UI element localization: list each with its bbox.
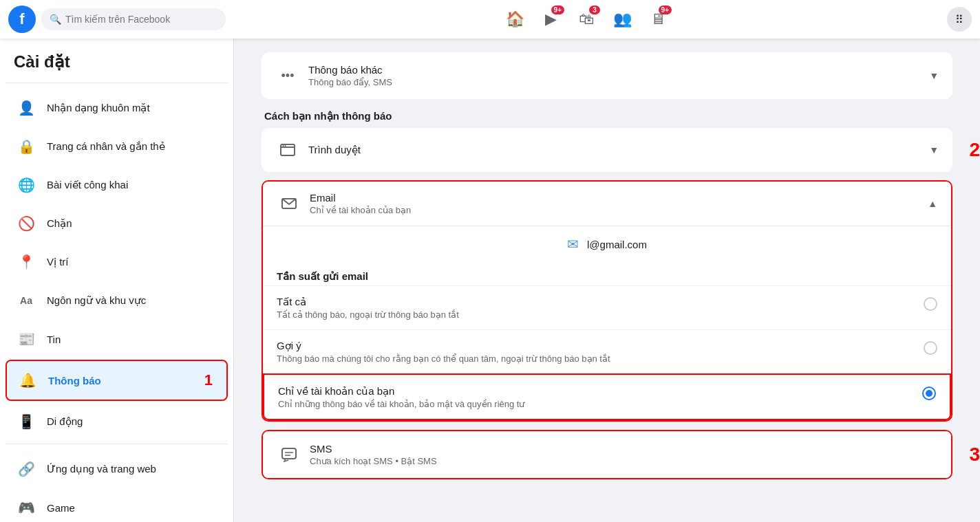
- email-header-icon: [277, 191, 301, 216]
- email-option-title: Gợi ý: [277, 340, 924, 352]
- sidebar-title: Cài đặt: [6, 52, 228, 80]
- sms-icon: [277, 442, 301, 467]
- annotation-2: 2: [969, 139, 980, 161]
- radio-button[interactable]: [924, 341, 937, 355]
- email-option-subtitle: Thông báo mà chúng tôi cho rằng bạn có t…: [277, 354, 924, 364]
- store-badge: 3: [589, 6, 600, 14]
- store-nav-button[interactable]: 🛍 3: [570, 3, 603, 36]
- email-title: Email: [310, 192, 928, 204]
- other-notification-subtitle: Thông báo đẩy, SMS: [308, 77, 929, 87]
- search-bar[interactable]: 🔍: [41, 8, 226, 30]
- other-notification-row[interactable]: ••• Thông báo khác Thông báo đẩy, SMS ▼: [262, 52, 952, 99]
- page-layout: Cài đặt 👤 Nhận dạng khuôn mặt 🔒 Trang cá…: [0, 39, 980, 522]
- top-navigation: f 🔍 🏠 ▶ 9+ 🛍 3 👥 🖥 9+ ⠿: [0, 0, 980, 39]
- sidebar-item-label: Trang cá nhân và gắn thẻ: [47, 140, 165, 153]
- sidebar-item-nhan-dang[interactable]: 👤 Nhận dạng khuôn mặt: [6, 89, 228, 127]
- sidebar-item-label: Game: [47, 502, 75, 514]
- block-icon: 🚫: [14, 211, 39, 236]
- email-option-title: Chỉ về tài khoản của bạn: [278, 385, 922, 398]
- search-input[interactable]: [65, 14, 189, 25]
- home-icon: 🏠: [506, 10, 524, 28]
- people-nav-button[interactable]: 👥: [606, 3, 639, 36]
- email-option-tat-ca[interactable]: Tất cả Tất cả thông báo, ngoại trừ thông…: [263, 285, 951, 329]
- svg-point-3: [285, 145, 286, 146]
- home-nav-button[interactable]: 🏠: [498, 3, 531, 36]
- dots-icon: •••: [275, 63, 300, 88]
- video-nav-button[interactable]: ▶ 9+: [534, 3, 567, 36]
- other-notification-title: Thông báo khác: [308, 64, 929, 76]
- topnav-right: ⠿: [939, 7, 980, 32]
- sidebar-item-tin[interactable]: 📰 Tin: [6, 320, 228, 358]
- browser-section-wrapper: Trình duyệt ▼ 2: [262, 128, 952, 172]
- radio-button-selected[interactable]: [922, 387, 936, 400]
- email-freq-label: Tần suất gửi email: [263, 262, 951, 285]
- annotation-3: 3: [969, 444, 980, 466]
- sidebar-divider: [6, 83, 228, 83]
- browser-icon: [275, 138, 300, 162]
- sidebar-item-label: Ứng dụng và trang web: [47, 463, 156, 475]
- sidebar-item-game[interactable]: 🎮 Game: [6, 488, 228, 522]
- sidebar-item-chan[interactable]: 🚫 Chặn: [6, 204, 228, 243]
- grid-menu-button[interactable]: ⠿: [947, 7, 972, 32]
- svg-rect-5: [282, 448, 296, 459]
- email-option-goi-y[interactable]: Gợi ý Thông báo mà chúng tôi cho rằng bạ…: [263, 329, 951, 373]
- browser-text: Trình duyệt: [308, 144, 929, 156]
- game-icon: 🎮: [14, 495, 39, 520]
- sidebar-item-di-dong[interactable]: 📱 Di động: [6, 402, 228, 441]
- sidebar-item-label: Nhận dạng khuôn mặt: [47, 102, 150, 114]
- notification-method-label: Cách bạn nhận thông báo: [262, 110, 952, 122]
- language-icon: Aa: [14, 288, 39, 313]
- topnav-left: f 🔍: [0, 6, 234, 33]
- other-notification-card: ••• Thông báo khác Thông báo đẩy, SMS ▼: [262, 52, 952, 99]
- tag-icon: 🔒: [14, 134, 39, 159]
- email-option-text: Chỉ về tài khoản của bạn Chỉ những thông…: [278, 385, 922, 409]
- main-content: ••• Thông báo khác Thông báo đẩy, SMS ▼ …: [234, 39, 980, 522]
- email-address-row: ✉ l@gmail.com: [263, 226, 951, 262]
- facebook-logo[interactable]: f: [8, 6, 36, 33]
- email-option-title: Tất cả: [277, 296, 924, 308]
- screen-badge: 9+: [659, 6, 672, 14]
- grid-icon: ⠿: [955, 13, 963, 26]
- email-subtitle: Chỉ về tài khoản của bạn: [310, 205, 928, 215]
- sidebar-item-label: Ngôn ngữ và khu vực: [47, 294, 146, 307]
- sidebar-item-label: Thông báo: [48, 375, 101, 387]
- screen-nav-button[interactable]: 🖥 9+: [641, 3, 674, 36]
- other-notification-text: Thông báo khác Thông báo đẩy, SMS: [308, 64, 929, 87]
- sidebar-item-bai-viet[interactable]: 🌐 Bài viết công khai: [6, 166, 228, 204]
- email-option-text: Tất cả Tất cả thông báo, ngoại trừ thông…: [277, 296, 924, 320]
- email-address-icon: ✉: [567, 236, 579, 252]
- public-icon: 🌐: [14, 173, 39, 197]
- sms-row[interactable]: SMS Chưa kích hoạt SMS • Bật SMS: [263, 431, 951, 478]
- apps-icon: 🔗: [14, 457, 39, 481]
- email-option-subtitle: Tất cả thông báo, ngoại trừ thông báo bạ…: [277, 309, 924, 320]
- chevron-down-icon: ▼: [929, 70, 939, 81]
- news-icon: 📰: [14, 327, 39, 351]
- sidebar-item-trang-ca-nhan[interactable]: 🔒 Trang cá nhân và gắn thẻ: [6, 127, 228, 166]
- email-option-selected-wrapper: Chỉ về tài khoản của bạn Chỉ những thông…: [263, 373, 951, 420]
- email-header-row[interactable]: Email Chỉ về tài khoản của bạn ▲: [263, 182, 951, 226]
- sms-text: SMS Chưa kích hoạt SMS • Bật SMS: [310, 443, 937, 466]
- sidebar-item-vi-tri[interactable]: 📍 Vị trí: [6, 243, 228, 281]
- sidebar-item-label: Vị trí: [47, 256, 69, 268]
- browser-row[interactable]: Trình duyệt ▼: [262, 128, 952, 172]
- face-icon: 👤: [14, 96, 39, 120]
- topnav-center: 🏠 ▶ 9+ 🛍 3 👥 🖥 9+: [234, 3, 939, 36]
- sms-section-wrapper: SMS Chưa kích hoạt SMS • Bật SMS 3: [262, 430, 952, 479]
- radio-button[interactable]: [924, 297, 937, 311]
- sidebar-item-ung-dung[interactable]: 🔗 Ứng dụng và trang web: [6, 450, 228, 488]
- email-header-text: Email Chỉ về tài khoản của bạn: [310, 192, 928, 215]
- email-section: Email Chỉ về tài khoản của bạn ▲ ✉ l@gma…: [262, 180, 952, 422]
- browser-title: Trình duyệt: [308, 144, 929, 156]
- svg-point-2: [283, 145, 284, 146]
- search-icon: 🔍: [50, 14, 61, 25]
- sidebar-item-thong-bao[interactable]: 🔔 Thông báo: [7, 361, 226, 400]
- sms-section: SMS Chưa kích hoạt SMS • Bật SMS: [262, 430, 952, 479]
- location-icon: 📍: [14, 250, 39, 274]
- annotation-1: 1: [204, 371, 213, 389]
- sidebar-item-label: Chặn: [47, 217, 72, 230]
- sidebar-item-ngon-ngu[interactable]: Aa Ngôn ngữ và khu vực: [6, 281, 228, 320]
- email-option-chi-ve-tai-khoan[interactable]: Chỉ về tài khoản của bạn Chỉ những thông…: [264, 375, 950, 419]
- email-option-text: Gợi ý Thông báo mà chúng tôi cho rằng bạ…: [277, 340, 924, 364]
- sidebar: Cài đặt 👤 Nhận dạng khuôn mặt 🔒 Trang cá…: [0, 39, 234, 522]
- sidebar-item-label: Di động: [47, 415, 83, 428]
